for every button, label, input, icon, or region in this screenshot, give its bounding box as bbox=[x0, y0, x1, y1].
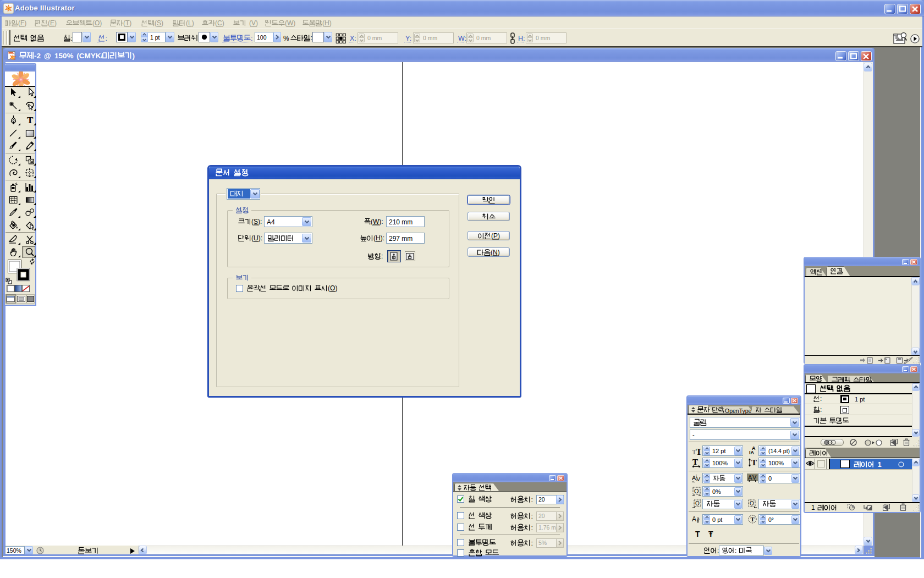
svg-text:V: V bbox=[752, 474, 757, 481]
svg-text:T: T bbox=[751, 516, 755, 522]
svg-text:IA: IA bbox=[749, 450, 755, 455]
svg-text:H:: H: bbox=[518, 35, 525, 42]
svg-text:(W):: (W): bbox=[371, 218, 383, 225]
svg-text:): ) bbox=[133, 52, 135, 60]
svg-text::: : bbox=[531, 513, 533, 520]
svg-text::: : bbox=[531, 540, 533, 547]
svg-text:1: 1 bbox=[811, 504, 815, 511]
svg-text::: : bbox=[820, 395, 822, 403]
svg-text:W:: W: bbox=[458, 35, 466, 42]
svg-text:T: T bbox=[692, 458, 698, 466]
svg-text:A: A bbox=[692, 515, 696, 523]
svg-text:V: V bbox=[696, 476, 701, 482]
svg-text:(U):: (U): bbox=[251, 234, 262, 242]
svg-text::: : bbox=[251, 35, 252, 42]
svg-text:(P): (P) bbox=[491, 232, 500, 240]
svg-text:1: 1 bbox=[878, 461, 882, 469]
svg-text:(E): (E) bbox=[48, 19, 57, 27]
svg-text:(F): (F) bbox=[18, 19, 26, 27]
svg-text:(O): (O) bbox=[328, 284, 337, 292]
svg-text:(H): (H) bbox=[322, 19, 332, 27]
svg-text:T: T bbox=[696, 447, 701, 455]
svg-text:T: T bbox=[27, 115, 34, 125]
svg-text:T: T bbox=[751, 458, 757, 467]
svg-text:A: A bbox=[692, 475, 696, 481]
svg-text::: : bbox=[531, 496, 533, 504]
svg-text::: : bbox=[531, 524, 533, 532]
svg-text:(S):: (S): bbox=[251, 218, 262, 225]
svg-text:(S): (S) bbox=[155, 19, 163, 27]
svg-text::: : bbox=[735, 547, 736, 554]
svg-text:(T): (T) bbox=[123, 19, 131, 27]
svg-text:A: A bbox=[748, 474, 752, 481]
svg-text::: : bbox=[381, 252, 383, 260]
svg-text:a: a bbox=[697, 516, 700, 521]
svg-text:(C): (C) bbox=[215, 19, 224, 27]
svg-text:(W): (W) bbox=[285, 19, 295, 27]
svg-text:-2: -2 bbox=[34, 52, 41, 60]
svg-text:O: O bbox=[750, 500, 754, 507]
svg-text:@: @ bbox=[44, 52, 51, 60]
svg-text:Y:: Y: bbox=[405, 35, 411, 42]
svg-text:O: O bbox=[694, 488, 699, 494]
svg-text:(V): (V) bbox=[249, 19, 258, 27]
svg-text:(L): (L) bbox=[186, 19, 194, 27]
svg-text:150%: 150% bbox=[54, 52, 74, 60]
svg-text:(N): (N) bbox=[491, 249, 500, 256]
svg-text:(H):: (H): bbox=[373, 234, 384, 242]
svg-text::: : bbox=[820, 406, 822, 414]
svg-text::: : bbox=[106, 35, 107, 42]
svg-text:(CMYK/: (CMYK/ bbox=[76, 52, 103, 60]
svg-text:O: O bbox=[695, 500, 700, 507]
svg-text:(O): (O) bbox=[92, 19, 102, 27]
svg-text:X:: X: bbox=[350, 35, 356, 42]
